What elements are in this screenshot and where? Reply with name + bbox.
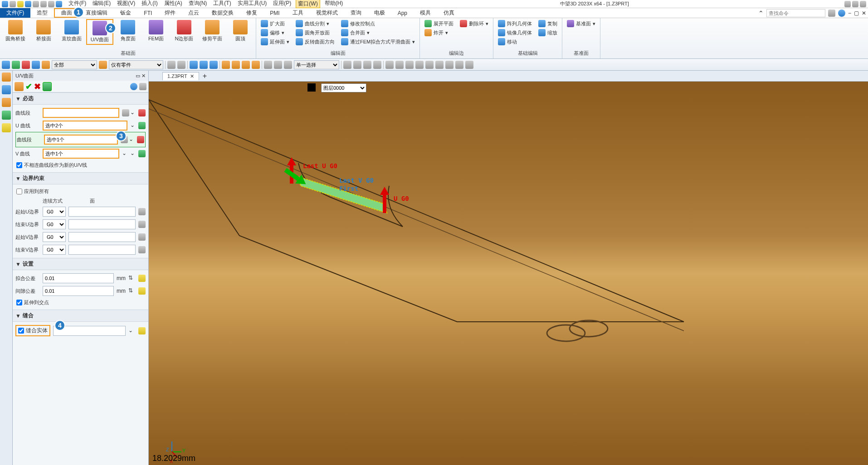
menu-help[interactable]: 帮助(H) — [323, 0, 345, 8]
close-icon[interactable] — [860, 1, 866, 7]
ribbon-tab-direct[interactable]: 直接编辑 — [79, 8, 114, 18]
ribbon-tab-pmi[interactable]: PMI — [263, 8, 286, 18]
add-tab-icon[interactable]: + — [199, 72, 210, 80]
tb-icon-13[interactable] — [343, 61, 351, 69]
dock-view-icon[interactable] — [2, 111, 11, 120]
menu-query[interactable]: 查询(N) — [187, 0, 209, 8]
help-icon[interactable] — [838, 10, 845, 17]
fit-tol-input[interactable] — [43, 273, 114, 283]
section-sew[interactable]: ▼ 缝合 — [13, 310, 148, 322]
print-icon[interactable] — [33, 1, 39, 7]
restore-icon[interactable] — [852, 1, 858, 7]
ribbon-tab-sim[interactable]: 仿真 — [437, 8, 461, 18]
tb-icon-23[interactable] — [445, 61, 454, 69]
clear-icon[interactable] — [137, 136, 144, 143]
tb-icon-19[interactable] — [405, 61, 414, 69]
section-required[interactable]: ▼ 必选 — [13, 92, 148, 105]
tb-icon-4[interactable] — [200, 61, 208, 69]
bound-combo[interactable]: G0 — [43, 245, 66, 255]
open-icon[interactable] — [17, 1, 24, 7]
tb-icon-1[interactable] — [167, 61, 176, 69]
spin-icon[interactable]: ⇅ — [128, 287, 136, 295]
ribbon-tab-weld[interactable]: 焊件 — [158, 8, 182, 18]
menu-utils[interactable]: 实用工具(U) — [236, 0, 269, 8]
gap-tol-input[interactable] — [43, 286, 114, 296]
tb-icon-17[interactable] — [385, 61, 394, 69]
action-icon[interactable] — [138, 287, 146, 295]
apply-button[interactable] — [43, 82, 52, 91]
ribbon-tab-exchange[interactable]: 数据交换 — [205, 8, 240, 18]
fem-face-button[interactable]: FEM面 — [142, 19, 170, 43]
action-icon[interactable] — [138, 275, 146, 282]
panel-close-icon[interactable]: ▭ ✕ — [136, 73, 146, 79]
tb-icon-15[interactable] — [363, 61, 371, 69]
chevron-icon[interactable]: ⌄ — [130, 150, 137, 157]
dock-user-icon[interactable] — [2, 123, 11, 132]
menu-edit[interactable]: 编辑(E) — [91, 0, 112, 8]
ribbon-tab-pointcloud[interactable]: 点云 — [182, 8, 205, 18]
tb-icon-24[interactable] — [455, 61, 463, 69]
undo-icon[interactable] — [40, 1, 47, 7]
n-sided-button[interactable]: N边形面 — [171, 19, 198, 43]
enlarge-face-button[interactable]: 扩大面 — [258, 19, 292, 28]
grid-icon[interactable] — [32, 61, 40, 69]
pick-icon[interactable] — [122, 109, 129, 116]
section-settings[interactable]: ▼ 设置 — [13, 258, 148, 270]
pattern-button[interactable]: 阵列几何体 — [495, 19, 535, 28]
menu-window[interactable]: 窗口(W) — [296, 0, 320, 8]
bound-face-input[interactable] — [68, 207, 136, 217]
ribbon-tab-model[interactable]: 造型 — [30, 8, 54, 18]
bound-combo[interactable]: G0 — [43, 232, 66, 242]
tb-icon-3[interactable] — [190, 61, 198, 69]
window-maximize-icon[interactable]: ▢ — [854, 10, 859, 16]
datum-plane-button[interactable]: 基准面 ▾ — [564, 19, 598, 28]
refresh-icon[interactable] — [56, 1, 62, 7]
filter-combo[interactable]: 全部 — [52, 60, 97, 69]
menu-attr[interactable]: 属性(A) — [162, 0, 184, 8]
u-curve-input[interactable] — [43, 121, 127, 131]
chevron-icon[interactable]: ⌄ — [130, 109, 137, 116]
discontinuous-checkbox[interactable] — [16, 162, 22, 168]
tb-icon-5[interactable] — [210, 61, 218, 69]
remove-icon[interactable] — [22, 61, 30, 69]
ribbon-tab-fti[interactable]: FTI — [137, 8, 158, 18]
unfold-plane-button[interactable]: 展开平面 — [422, 19, 456, 28]
pick-icon[interactable] — [138, 246, 146, 253]
search-input[interactable] — [766, 9, 825, 17]
minimize-icon[interactable] — [844, 1, 851, 7]
mirror-button[interactable]: 镜像几何体 — [495, 28, 535, 37]
delete-loop-button[interactable]: 删除环 ▾ — [457, 19, 491, 28]
ribbon-tab-visual[interactable]: 视觉样式 — [310, 8, 344, 18]
window-close-icon[interactable]: ✕ — [862, 10, 866, 16]
panel-settings-icon[interactable] — [139, 83, 146, 90]
ribbon-tab-sheet[interactable]: 钣金 — [114, 8, 137, 18]
bound-face-input[interactable] — [68, 219, 136, 229]
bound-face-input[interactable] — [68, 245, 136, 255]
fillet-bridge-button[interactable]: 圆角桥接 — [2, 19, 29, 43]
vt-icon[interactable] — [307, 83, 316, 92]
ribbon-tab-inquiry[interactable]: 查询 — [344, 8, 368, 18]
gear-icon[interactable] — [828, 10, 835, 17]
bound-face-input[interactable] — [68, 232, 136, 242]
pick-icon[interactable] — [138, 233, 146, 241]
clear-icon[interactable] — [138, 109, 146, 116]
viewport-3d[interactable]: 图层0000 Last U G0 Last V G0 — [149, 82, 868, 465]
chevron-icon[interactable]: ⌄ — [129, 136, 136, 143]
tb-icon-7[interactable] — [232, 61, 240, 69]
part-icon[interactable] — [99, 61, 107, 69]
redo-icon[interactable] — [48, 1, 54, 7]
open-fillet-button[interactable]: 圆角开放面 — [293, 28, 337, 37]
section-boundary[interactable]: ▼ 边界约束 — [13, 172, 148, 184]
tb-icon-14[interactable] — [353, 61, 361, 69]
menu-insert[interactable]: 插入(I) — [140, 0, 159, 8]
apply-icon[interactable] — [138, 150, 146, 157]
sew-checkbox[interactable] — [18, 328, 24, 334]
fem-smooth-button[interactable]: 通过FEM拟合方式平滑曲面 ▾ — [338, 37, 418, 46]
tb-icon-25[interactable] — [465, 61, 473, 69]
action-icon[interactable] — [138, 327, 146, 334]
scope-combo[interactable]: 仅有零件 — [109, 60, 163, 69]
tb-icon-22[interactable] — [435, 61, 444, 69]
cancel-button[interactable]: ✖ — [34, 82, 41, 92]
angle-face-button[interactable]: 角度面 — [114, 19, 141, 43]
tb-icon-16[interactable] — [373, 61, 381, 69]
